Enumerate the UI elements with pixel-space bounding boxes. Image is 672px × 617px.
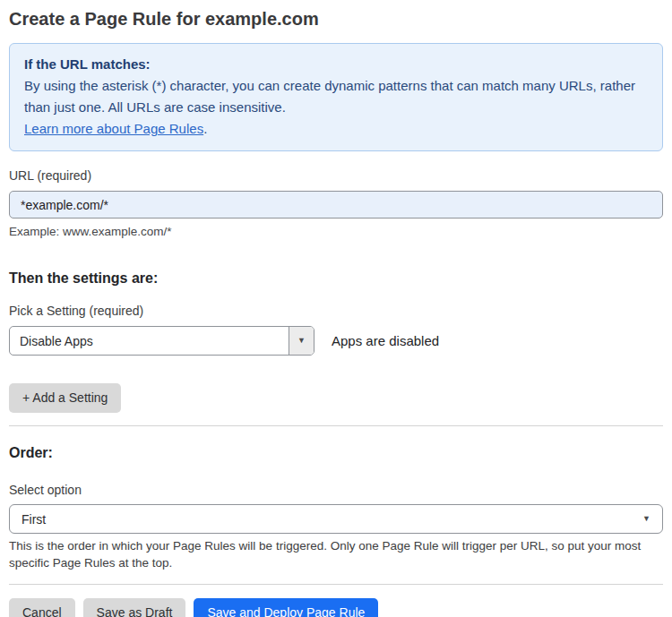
setting-dropdown-arrow-button[interactable]: ▼ <box>289 327 314 355</box>
save-as-draft-button[interactable]: Save as Draft <box>83 598 186 617</box>
footer-divider <box>9 584 663 585</box>
add-setting-button[interactable]: + Add a Setting <box>9 383 121 413</box>
info-box-link-line: Learn more about Page Rules. <box>24 118 648 140</box>
url-field-label: URL (required) <box>9 168 663 184</box>
order-help-text: This is the order in which your Page Rul… <box>9 537 663 571</box>
info-box-body: By using the asterisk (*) character, you… <box>24 75 648 118</box>
info-box-heading: If the URL matches: <box>24 54 648 75</box>
save-and-deploy-button[interactable]: Save and Deploy Page Rule <box>194 598 378 617</box>
setting-dropdown-value: Disable Apps <box>10 327 289 355</box>
cancel-button[interactable]: Cancel <box>9 598 75 617</box>
caret-down-icon: ▼ <box>297 337 306 345</box>
url-match-info-box: If the URL matches: By using the asteris… <box>9 43 663 151</box>
create-page-rule-panel: Create a Page Rule for example.com If th… <box>0 0 672 617</box>
section-divider <box>9 425 663 426</box>
setting-row: Disable Apps ▼ Apps are disabled <box>9 326 663 356</box>
caret-down-icon: ▼ <box>642 515 650 523</box>
order-select-value: First <box>22 512 46 527</box>
url-example-text: Example: www.example.com/* <box>9 224 663 239</box>
footer-actions: Cancel Save as Draft Save and Deploy Pag… <box>9 598 663 617</box>
order-section-heading: Order: <box>9 444 663 461</box>
setting-dropdown[interactable]: Disable Apps ▼ <box>9 326 314 356</box>
url-input[interactable] <box>9 191 663 219</box>
order-select[interactable]: First ▼ <box>9 504 663 534</box>
link-period: . <box>203 121 207 136</box>
learn-more-link[interactable]: Learn more about Page Rules <box>24 121 203 136</box>
settings-section-heading: Then the settings are: <box>9 270 663 287</box>
pick-setting-label: Pick a Setting (required) <box>9 304 663 319</box>
setting-description: Apps are disabled <box>332 333 439 348</box>
page-title: Create a Page Rule for example.com <box>9 7 663 30</box>
order-select-label: Select option <box>9 483 663 498</box>
